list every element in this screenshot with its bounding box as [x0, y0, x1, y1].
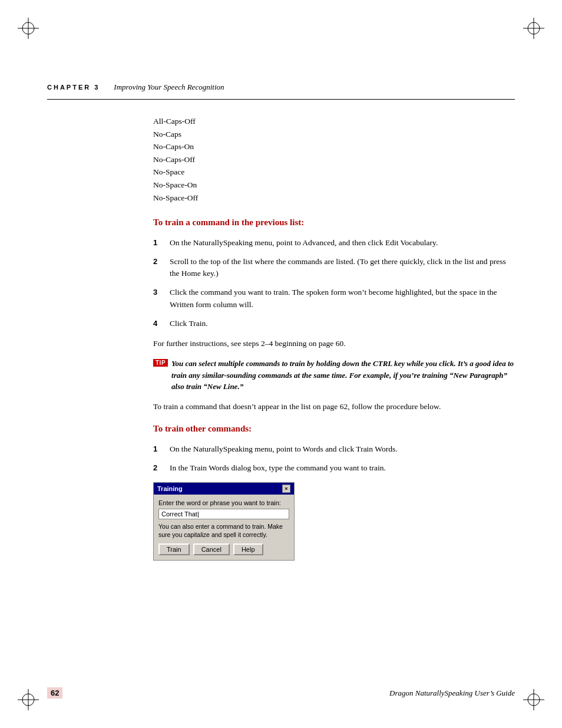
header-divider	[47, 99, 515, 100]
table-row: 3Click the command you want to train. Th…	[153, 286, 515, 311]
dialog-body: Enter the word or phrase you want to tra…	[154, 495, 294, 560]
table-row: 2In the Train Words dialog box, type the…	[153, 462, 515, 474]
step-number: 2	[153, 256, 166, 268]
help-button[interactable]: Help	[233, 543, 263, 555]
list-item: No-Caps-Off	[153, 153, 515, 166]
step-text: Click Train.	[170, 318, 515, 330]
table-row: 2Scroll to the top of the list where the…	[153, 256, 515, 280]
corner-mark-tl	[18, 18, 39, 39]
command-list: All-Caps-OffNo-CapsNo-Caps-OnNo-Caps-Off…	[153, 115, 515, 204]
step-number: 2	[153, 462, 166, 474]
page-footer: 62 Dragon NaturallySpeaking User’s Guide	[47, 687, 515, 699]
list-item: All-Caps-Off	[153, 115, 515, 128]
body-para: To train a command that doesn’t appear i…	[153, 401, 515, 413]
main-content: All-Caps-OffNo-CapsNo-Caps-OnNo-Caps-Off…	[153, 115, 515, 561]
tip-box: TIP You can select multiple commands to …	[153, 358, 515, 393]
page-number: 62	[47, 687, 62, 699]
tip-label: TIP	[153, 359, 168, 367]
corner-mark-br	[523, 689, 544, 710]
list-item: No-Caps	[153, 128, 515, 141]
list-item: No-Space	[153, 166, 515, 179]
step-text: In the Train Words dialog box, type the …	[170, 462, 515, 474]
cancel-button[interactable]: Cancel	[193, 543, 230, 555]
table-row: 1On the NaturallySpeaking menu, point to…	[153, 443, 515, 455]
list-item: No-Caps-On	[153, 140, 515, 153]
section2-heading: To train other commands:	[153, 423, 515, 435]
dialog-input-label: Enter the word or phrase you want to tra…	[158, 499, 289, 506]
dialog-titlebar: Training ×	[154, 483, 294, 495]
step-number: 4	[153, 318, 166, 330]
further-instructions: For further instructions, see steps 2–4 …	[153, 338, 515, 350]
table-row: 4Click Train.	[153, 318, 515, 330]
step-number: 3	[153, 286, 166, 298]
step-text: Click the command you want to train. The…	[170, 286, 515, 311]
tip-text: You can select multiple commands to trai…	[171, 358, 515, 393]
list-item: No-Space-On	[153, 179, 515, 192]
section1-heading: To train a command in the previous list:	[153, 217, 515, 229]
page-header: CHAPTER 3 Improving Your Speech Recognit…	[47, 83, 515, 92]
dialog-screenshot: Training × Enter the word or phrase you …	[153, 482, 295, 561]
step-text: Scroll to the top of the list where the …	[170, 256, 515, 280]
list-item: No-Space-Off	[153, 192, 515, 205]
dialog-buttons: TrainCancelHelp	[158, 543, 289, 555]
step-text: On the NaturallySpeaking menu, point to …	[170, 237, 515, 249]
footer-title: Dragon NaturallySpeaking User’s Guide	[389, 689, 515, 698]
section2-steps: 1On the NaturallySpeaking menu, point to…	[153, 443, 515, 475]
step-number: 1	[153, 443, 166, 455]
dialog-input-field[interactable]: Correct That|	[158, 509, 289, 519]
step-text: On the NaturallySpeaking menu, point to …	[170, 443, 515, 455]
section1-steps: 1On the NaturallySpeaking menu, point to…	[153, 237, 515, 330]
dialog-close-button[interactable]: ×	[282, 485, 290, 493]
dialog-note: You can also enter a command to train. M…	[158, 523, 289, 539]
chapter-subtitle: Improving Your Speech Recognition	[114, 83, 224, 92]
chapter-label: CHAPTER 3	[47, 84, 100, 91]
corner-mark-tr	[523, 18, 544, 39]
corner-mark-bl	[18, 689, 39, 710]
train-button[interactable]: Train	[158, 543, 190, 555]
dialog-title: Training	[157, 485, 183, 492]
table-row: 1On the NaturallySpeaking menu, point to…	[153, 237, 515, 249]
page: CHAPTER 3 Improving Your Speech Recognit…	[0, 0, 562, 728]
step-number: 1	[153, 237, 166, 249]
